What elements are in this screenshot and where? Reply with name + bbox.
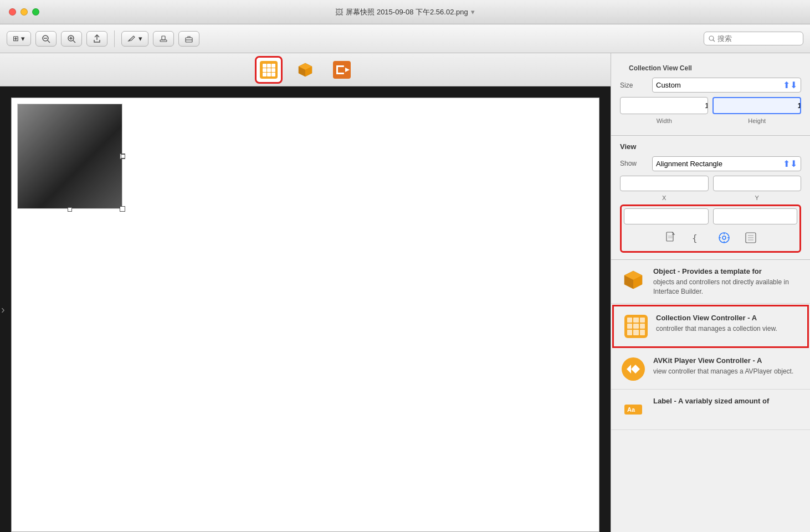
resize-handle-mr[interactable] xyxy=(121,154,125,158)
share-button[interactable] xyxy=(86,31,107,47)
pen-button[interactable]: ▾ xyxy=(121,31,148,47)
layout-toggle-button[interactable]: ⊞ ▾ xyxy=(7,31,31,46)
y-field[interactable]: ▲ ▼ xyxy=(713,208,798,224)
maximize-button[interactable] xyxy=(32,8,39,16)
avkit-title-rest: - A xyxy=(752,356,762,365)
size-dropdown-arrow-icon: ⬆⬇ xyxy=(783,80,797,90)
collection-desc: controller that manages a collection vie… xyxy=(656,324,798,334)
file-icon: 🖼 xyxy=(335,8,343,17)
titlebar: 🖼 屏幕快照 2015-09-08 下午2.56.02.png ▾ xyxy=(0,0,810,24)
object-name: Object xyxy=(653,267,675,275)
nav-arrow-left[interactable]: › xyxy=(1,303,5,316)
collection-text: Collection View Controller - A controlle… xyxy=(656,313,798,334)
search-input[interactable] xyxy=(717,34,795,43)
icons-row: { } xyxy=(624,229,797,247)
minimize-button[interactable] xyxy=(20,8,28,16)
briefcase-button[interactable] xyxy=(178,31,199,47)
library-item-label[interactable]: Aa Label - A variably sized amount of xyxy=(611,390,810,430)
show-label: Show xyxy=(620,160,648,167)
y-top-field[interactable]: ▲ ▼ xyxy=(713,176,802,192)
object-title: Object - Provides a template for xyxy=(653,267,801,277)
svg-rect-20 xyxy=(271,68,275,72)
search-icon xyxy=(709,35,715,42)
height-field[interactable]: ▲ ▼ xyxy=(712,97,802,114)
svg-rect-22 xyxy=(267,73,271,76)
close-button[interactable] xyxy=(9,8,16,16)
xy-bottom-area: ▲ ▼ ▲ ▼ xyxy=(620,204,801,253)
collection-grid-tab[interactable] xyxy=(255,56,283,84)
show-value: Alignment Rectangle xyxy=(656,160,722,168)
collection-name: Collection View Controller xyxy=(656,314,746,322)
svg-marker-52 xyxy=(631,365,635,374)
grid-cell-4 xyxy=(627,324,632,329)
x-top-field[interactable]: ▲ ▼ xyxy=(620,176,709,192)
svg-line-2 xyxy=(48,40,50,43)
resize-handle-br[interactable] xyxy=(121,207,125,212)
avkit-text: AVKit Player View Controller - A view co… xyxy=(653,356,801,376)
grid-cell-1 xyxy=(627,318,632,323)
svg-line-13 xyxy=(713,40,715,42)
dimension-row: ▲ ▼ ▲ ▼ xyxy=(620,97,801,114)
width-input[interactable] xyxy=(621,99,708,112)
collection-grid-icon-large xyxy=(624,315,648,338)
svg-rect-18 xyxy=(263,68,266,72)
zoom-out-button[interactable] xyxy=(35,31,57,47)
svg-rect-21 xyxy=(263,73,266,76)
zoom-in-button[interactable] xyxy=(61,31,82,47)
circle-icon-btn[interactable] xyxy=(715,229,733,247)
size-dropdown[interactable]: Custom ⬆⬇ xyxy=(652,78,801,93)
collection-grid-icon xyxy=(260,61,278,79)
target-circle-icon xyxy=(718,232,730,244)
list-icon-btn[interactable] xyxy=(742,229,760,247)
return-button[interactable] xyxy=(328,56,356,84)
play-rewind-icon xyxy=(627,365,640,374)
size-row: Size Custom ⬆⬇ xyxy=(620,78,801,93)
title-text: 屏幕快照 2015-09-08 下午2.56.02.png xyxy=(346,7,468,17)
library-item-object[interactable]: Object - Provides a template for objects… xyxy=(611,260,810,304)
svg-rect-16 xyxy=(267,64,271,68)
svg-rect-9 xyxy=(162,36,165,40)
xy-top-row: ▲ ▼ ▲ ▼ xyxy=(620,176,801,192)
label-icon: Aa xyxy=(622,398,645,421)
svg-marker-53 xyxy=(635,365,640,374)
resize-handle-bm[interactable] xyxy=(68,207,72,212)
label-icon-container: Aa xyxy=(620,396,647,423)
xy-bottom-row: ▲ ▼ ▲ ▼ xyxy=(624,208,797,224)
xy-labels: X Y xyxy=(620,195,801,201)
thumbnail-image xyxy=(17,104,122,209)
y-top-input[interactable] xyxy=(714,177,802,190)
width-field[interactable]: ▲ ▼ xyxy=(620,97,708,114)
x-top-input[interactable] xyxy=(621,177,709,190)
svg-text:Aa: Aa xyxy=(627,406,635,413)
library-item-collection-view-controller[interactable]: Collection View Controller - A controlle… xyxy=(612,305,809,348)
cube-3d-icon xyxy=(622,268,645,291)
show-dropdown-arrow-icon: ⬆⬇ xyxy=(783,158,797,169)
search-box[interactable] xyxy=(704,32,803,45)
height-input[interactable] xyxy=(714,99,802,112)
grid-cell-5 xyxy=(633,324,638,329)
canvas-area: › xyxy=(0,53,611,532)
x-highlight-box: ▲ ▼ ▲ ▼ xyxy=(620,204,801,253)
cube-tab[interactable] xyxy=(291,56,319,84)
return-icon xyxy=(333,61,351,79)
x-field[interactable]: ▲ ▼ xyxy=(624,208,709,224)
library-item-avkit[interactable]: AVKit Player View Controller - A view co… xyxy=(611,349,810,390)
show-dropdown[interactable]: Alignment Rectangle ⬆⬇ xyxy=(652,156,801,171)
svg-marker-51 xyxy=(627,365,631,374)
svg-rect-33 xyxy=(667,232,673,241)
avkit-desc: view controller that manages a AVPlayer … xyxy=(653,367,801,376)
dropdown-arrow-icon[interactable]: ▾ xyxy=(471,8,475,16)
label-name: Label xyxy=(653,397,672,405)
grid-cell-6 xyxy=(640,324,645,329)
avkit-play-icon xyxy=(622,357,645,381)
collection-title: Collection View Controller - A xyxy=(656,313,798,323)
svg-rect-15 xyxy=(263,64,266,68)
svg-point-38 xyxy=(722,236,726,239)
document-icon-btn[interactable] xyxy=(662,229,680,247)
grid-cell-8 xyxy=(633,330,638,335)
y-input[interactable] xyxy=(714,210,798,223)
code-brackets-icon-btn[interactable]: { } xyxy=(689,229,706,247)
stamp-button[interactable] xyxy=(153,31,174,47)
zoom-out-icon xyxy=(42,34,50,43)
x-input[interactable] xyxy=(624,210,709,223)
